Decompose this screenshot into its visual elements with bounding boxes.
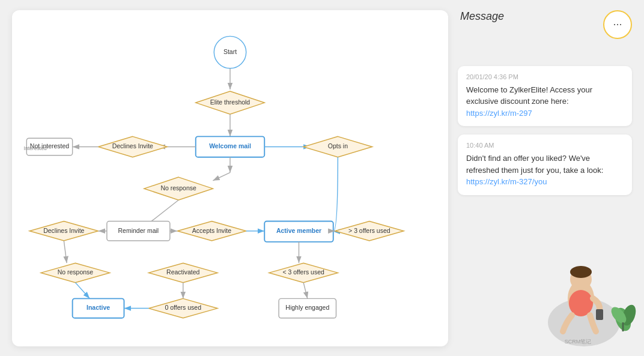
no-response-2-label: No response <box>58 269 94 276</box>
arrow-optsin-active <box>333 157 338 231</box>
message-text-1: Welcome to ZylkerElite! Access your excl… <box>466 84 624 119</box>
offers-lt3-label: < 3 offers used <box>282 269 324 276</box>
message-item-1: 20/01/20 4:36 PM Welcome to ZylkerElite!… <box>458 66 632 127</box>
elite-threshold-label: Elite threshold <box>210 98 251 105</box>
flowchart-panel: Start Elite threshold Welcome mail Opts … <box>12 10 448 346</box>
svg-rect-8 <box>596 309 603 320</box>
reactivated-label: Reactivated <box>166 269 200 276</box>
accepts-invite-label: Accepts Invite <box>192 227 231 234</box>
no-response-1-label: No response <box>160 184 196 191</box>
message-bubble-button[interactable]: ··· <box>603 10 632 39</box>
message-text-2: Didn't find an offer you liked? We've re… <box>466 152 624 188</box>
arrow-declines2-noresp2 <box>64 240 67 262</box>
highly-engaged-label: Highly engaged <box>285 304 329 311</box>
illustration: SCRM笔记 <box>518 226 638 346</box>
message-link-1[interactable]: https://zyl.kr/m-297 <box>466 109 532 118</box>
main-container: Start Elite threshold Welcome mail Opts … <box>12 12 632 344</box>
offers-0-label: 0 offers used <box>165 304 202 311</box>
interested-label: Interested <box>24 145 47 151</box>
message-timestamp-2: 10:40 AM <box>466 142 624 149</box>
message-timestamp-1: 20/01/20 4:36 PM <box>466 73 624 80</box>
declines-invite-2-label: Declines Invite <box>43 227 84 234</box>
offers-gt3-label: > 3 offers used <box>348 227 390 234</box>
message-item-2: 10:40 AM Didn't find an offer you liked?… <box>458 134 632 195</box>
arrow-noresp2-inactive <box>75 282 90 298</box>
message-panel: Message ··· 20/01/20 4:36 PM Welcome to … <box>458 10 632 346</box>
welcome-mail-label: Welcome mail <box>209 143 251 149</box>
svg-text:SCRM笔记: SCRM笔记 <box>565 339 592 345</box>
start-label: Start <box>223 48 237 55</box>
arrow-lt3-highlyengaged <box>303 282 308 298</box>
opts-in-label: Opts in <box>328 143 348 149</box>
reminder-mail-label: Reminder mail <box>118 227 159 234</box>
declines-invite-1-label: Declines Invite <box>112 143 153 149</box>
message-link-2[interactable]: https://zyl.kr/m-327/you <box>466 177 547 186</box>
arrow-noresp-cont <box>213 172 230 180</box>
svg-point-7 <box>570 266 592 278</box>
messages-list: 20/01/20 4:36 PM Welcome to ZylkerElite!… <box>458 66 632 195</box>
bubble-icon: ··· <box>613 18 622 31</box>
active-member-label: Active member <box>276 228 321 234</box>
inactive-label: Inactive <box>87 304 110 311</box>
